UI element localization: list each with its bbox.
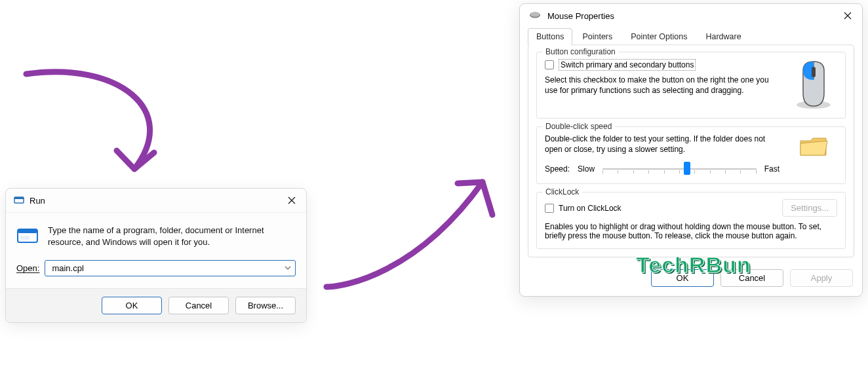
mouse-title-text: Mouse Properties xyxy=(547,11,614,21)
tab-pointers[interactable]: Pointers xyxy=(574,28,621,45)
checkbox-label: Switch primary and secondary buttons xyxy=(559,59,696,71)
double-click-desc: Double-click the folder to test your set… xyxy=(545,134,779,155)
run-titlebar[interactable]: Run xyxy=(6,189,306,213)
clicklock-checkbox[interactable]: Turn on ClickLock xyxy=(545,204,776,213)
speed-label: Speed: xyxy=(545,164,570,174)
browse-button[interactable]: Browse... xyxy=(235,297,296,314)
slider-thumb[interactable] xyxy=(684,162,690,175)
group-clicklock: ClickLock Turn on ClickLock Settings... … xyxy=(536,192,846,249)
checkbox-icon xyxy=(545,204,554,213)
group-title: Double-click speed xyxy=(542,122,615,131)
open-input[interactable] xyxy=(50,263,285,274)
double-click-speed-slider[interactable] xyxy=(602,162,757,176)
group-double-click-speed: Double-click speed Double-click the fold… xyxy=(536,126,846,184)
close-icon[interactable] xyxy=(840,8,856,24)
checkbox-label: Turn on ClickLock xyxy=(559,204,621,213)
group-title: Button configuration xyxy=(542,47,619,56)
annotation-arrow-1 xyxy=(20,64,190,197)
svg-rect-3 xyxy=(18,229,37,233)
svg-rect-1 xyxy=(14,197,24,199)
tab-buttons[interactable]: Buttons xyxy=(528,28,572,45)
fast-label: Fast xyxy=(764,164,779,174)
group-title: ClickLock xyxy=(542,187,582,196)
chevron-down-icon[interactable] xyxy=(285,264,291,273)
mouse-image xyxy=(790,59,837,110)
slow-label: Slow xyxy=(578,164,595,174)
run-large-icon xyxy=(16,225,39,247)
open-combobox[interactable] xyxy=(45,260,296,276)
open-label: Open: xyxy=(16,263,39,273)
clicklock-desc: Enables you to highlight or drag without… xyxy=(545,222,837,240)
mouse-titlebar[interactable]: Mouse Properties xyxy=(520,4,862,28)
group-button-configuration: Button configuration Switch primary and … xyxy=(536,52,846,119)
svg-rect-4 xyxy=(20,236,30,240)
close-icon[interactable] xyxy=(284,193,300,208)
run-app-icon xyxy=(14,195,24,207)
tabs: Buttons Pointers Pointer Options Hardwar… xyxy=(520,28,862,45)
clicklock-settings-button: Settings... xyxy=(782,199,837,217)
tab-hardware[interactable]: Hardware xyxy=(697,28,749,45)
apply-button: Apply xyxy=(790,269,853,287)
run-title-text: Run xyxy=(30,196,45,206)
switch-buttons-checkbox[interactable]: Switch primary and secondary buttons xyxy=(545,59,779,71)
annotation-arrow-2 xyxy=(319,156,515,302)
mouse-app-icon xyxy=(529,11,541,21)
tab-pane-buttons: Button configuration Switch primary and … xyxy=(528,45,854,257)
svg-rect-8 xyxy=(812,67,816,77)
tab-pointer-options[interactable]: Pointer Options xyxy=(622,28,696,45)
folder-test-icon[interactable] xyxy=(798,134,829,160)
run-dialog: Run Type the name of a program, folder, … xyxy=(5,188,307,323)
cancel-button[interactable]: Cancel xyxy=(168,297,229,314)
ok-button[interactable]: OK xyxy=(102,297,162,314)
checkbox-icon xyxy=(545,60,554,69)
button-config-desc: Select this checkbox to make the button … xyxy=(545,75,779,96)
watermark: TechRBun xyxy=(636,252,751,278)
run-description: Type the name of a program, folder, docu… xyxy=(48,225,296,248)
svg-point-6 xyxy=(530,12,540,16)
